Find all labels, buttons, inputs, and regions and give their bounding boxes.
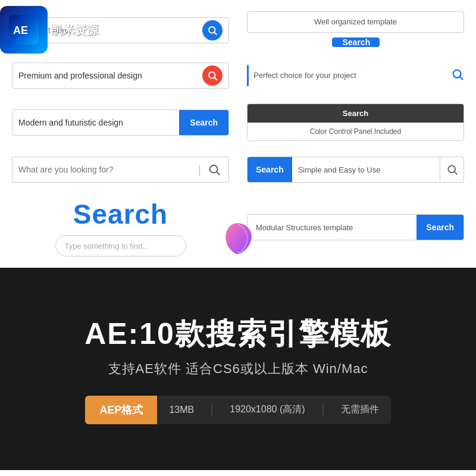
svg-point-10 — [448, 166, 455, 173]
color-control-label: Color Control Panel Included — [248, 123, 464, 140]
svg-point-4 — [209, 72, 215, 79]
template-well-organized: Well organized template Search — [247, 9, 464, 49]
perfect-choice: Perfect choice for your project — [247, 60, 464, 91]
sub-title: 支持AE软件 适合CS6或以上版本 Win/Mac — [108, 360, 368, 378]
svg-point-2 — [209, 27, 215, 33]
pipe-divider: | — [198, 163, 201, 177]
simple-easy-label: Simple and Easy to Use — [292, 165, 440, 174]
modular-label: Modular Structures template — [248, 223, 416, 232]
well-organized-label: Well organized template — [247, 11, 464, 33]
divider-2: ｜ — [317, 402, 329, 418]
brand-name: 凯米资源 — [51, 22, 98, 38]
search-icon-1 — [207, 25, 218, 36]
search-input-4[interactable] — [18, 165, 193, 174]
watermark: AE 凯米资源 — [0, 0, 119, 60]
svg-line-11 — [454, 172, 457, 175]
search-style-3: Search — [12, 102, 229, 144]
info-bar: AEP格式 13MB ｜ 1920x1080 (高清) ｜ 无需插件 — [85, 396, 390, 424]
plugin-info: 无需插件 — [329, 396, 391, 423]
modular-search-button[interactable]: Search — [416, 215, 464, 240]
dark-search-header: Search — [248, 104, 464, 123]
search-style-2 — [12, 60, 229, 91]
svg-point-8 — [210, 165, 218, 173]
main-title: AE:10款搜索引擎模板 — [84, 314, 392, 354]
big-search-style: Search Type something to find... — [12, 196, 229, 259]
divider-1: ｜ — [206, 402, 218, 418]
search-button-1[interactable] — [202, 20, 223, 40]
format-badge: AEP格式 — [85, 396, 157, 424]
simple-search-button[interactable]: Search — [248, 157, 292, 182]
svg-line-5 — [214, 77, 217, 80]
search-icon-outline[interactable] — [451, 68, 464, 83]
svg-line-9 — [217, 172, 220, 175]
search-input-2[interactable] — [18, 71, 202, 80]
color-control-template: Search Color Control Panel Included — [247, 102, 464, 144]
svg-line-7 — [460, 77, 463, 80]
center-logo — [219, 218, 258, 257]
type-placeholder: Type something to find... — [65, 242, 149, 250]
perfect-choice-label: Perfect choice for your project — [253, 71, 446, 80]
watermark-logo: AE — [0, 6, 48, 54]
file-size: 13MB — [157, 397, 206, 422]
type-something-input[interactable]: Type something to find... — [55, 235, 186, 256]
search-style-4: | — [12, 154, 229, 185]
logo-icon — [219, 218, 258, 257]
svg-line-3 — [214, 33, 217, 35]
ae-logo-icon: AE — [9, 15, 39, 45]
simple-easy-template: Search Simple and Easy to Use — [247, 154, 464, 185]
modern-search-button[interactable]: Search — [179, 110, 228, 135]
big-search-label: Search — [73, 198, 168, 230]
search-icon-3 — [451, 68, 464, 81]
modular-template: Modular Structures template Search — [247, 196, 464, 259]
svg-point-6 — [453, 70, 461, 77]
bottom-section: AE:10款搜索引擎模板 支持AE软件 适合CS6或以上版本 Win/Mac A… — [0, 268, 476, 470]
blue-border — [247, 65, 249, 86]
search-icon-5[interactable] — [440, 157, 464, 182]
well-organized-search-button[interactable]: Search — [332, 37, 380, 47]
search-icon-4 — [208, 163, 221, 176]
search-button-4[interactable] — [206, 161, 223, 178]
search-button-2[interactable] — [202, 65, 223, 86]
search-icon-2 — [207, 70, 218, 81]
search-input-3[interactable] — [12, 118, 179, 127]
search-icon-5-svg — [446, 164, 458, 176]
resolution: 1920x1080 (高清) — [218, 396, 317, 423]
svg-text:AE: AE — [13, 24, 28, 36]
